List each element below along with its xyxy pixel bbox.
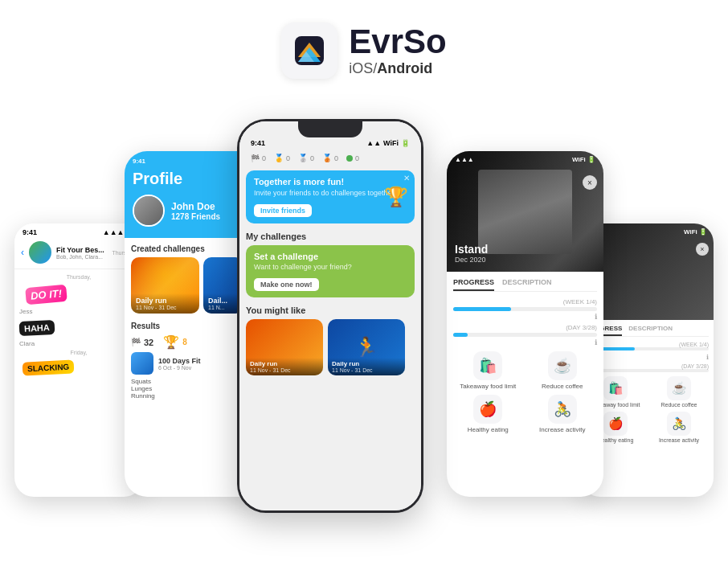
status-icons: ▲▲ WiFi 🔋 bbox=[366, 139, 410, 147]
suggested-cards-row: Daily run 11 Nov - 31 Dec 🏃 Daily run 11… bbox=[246, 319, 415, 375]
far-day-bar bbox=[586, 369, 709, 372]
info-icon[interactable]: ℹ bbox=[595, 313, 597, 321]
invite-trophy-icon: 🏆 bbox=[384, 186, 408, 208]
invite-banner[interactable]: ✕ Together is more fun! Invite your frie… bbox=[246, 170, 415, 223]
sticker-haha: HAHA bbox=[19, 320, 55, 336]
far-week-bar bbox=[586, 347, 709, 350]
far-week-row: (WEEK 1/4) bbox=[586, 342, 709, 350]
far-eating-icon: 🍎 bbox=[603, 412, 628, 436]
coffee-icon: ☕ bbox=[548, 351, 577, 380]
challenge-overlay: Daily run 11 Nov - 31 Dec bbox=[131, 293, 199, 314]
silver-count-item: 🥈 0 bbox=[298, 154, 314, 162]
grid-item-activity: 🚴 Increase activity bbox=[528, 395, 598, 433]
far-right-close-btn[interactable]: × bbox=[696, 243, 709, 256]
fitness-title: Istand Dec 2020 bbox=[455, 243, 488, 264]
fitness-status-bar: ▲▲▲ WiFi 🔋 bbox=[455, 156, 595, 163]
phone-fitness: ▲▲▲ WiFi 🔋 × Istand Dec 2020 PROGRESS DE… bbox=[447, 151, 603, 497]
takeaway-icon: 🛍️ bbox=[473, 351, 502, 380]
fitness-top-image: ▲▲▲ WiFi 🔋 × Istand Dec 2020 bbox=[447, 151, 603, 272]
day-progress-bar bbox=[453, 333, 597, 337]
info-icon-2[interactable]: ℹ bbox=[595, 338, 597, 346]
week-progress-fill bbox=[453, 307, 511, 311]
app-platform: iOS/Android bbox=[349, 60, 446, 77]
far-takeaway-icon: 🛍️ bbox=[603, 376, 628, 400]
challenges-grid: 🛍️ Takeaway food limit ☕ Reduce coffee 🍎… bbox=[453, 351, 597, 433]
fitness-body: PROGRESS DESCRIPTION (WEEK 1/4) ℹ (DAY 3… bbox=[447, 272, 603, 440]
set-challenge-sub: Want to challenge your friend? bbox=[254, 263, 407, 271]
app-title-group: EvrSo iOS/Android bbox=[349, 25, 446, 77]
app-logo-icon bbox=[281, 23, 337, 79]
far-right-status-bar: ▲▲ WiFi 🔋 bbox=[587, 228, 707, 236]
invite-friends-btn[interactable]: Invite friends bbox=[254, 204, 312, 217]
sticker-slacking: SLACKING bbox=[22, 359, 75, 375]
fitness-close-btn[interactable]: × bbox=[583, 175, 597, 190]
app-header: EvrSo iOS/Android bbox=[0, 0, 728, 79]
app-name: EvrSo bbox=[349, 25, 446, 59]
week-progress-bar bbox=[453, 307, 597, 311]
far-activity-icon: 🚴 bbox=[667, 412, 691, 436]
far-item-activity: 🚴 Increase activity bbox=[649, 412, 709, 443]
phones-showcase: 9:41 ▲▲▲ 🔋 ‹ Fit Your Bes... Bob, John, … bbox=[0, 87, 728, 513]
my-challenges-title: My challenges bbox=[246, 232, 415, 241]
active-count-item: 0 bbox=[346, 154, 359, 162]
you-might-like-section: You might like Daily run 11 Nov - 31 Dec… bbox=[239, 301, 421, 379]
phone-main: 9:41 ▲▲ WiFi 🔋 🏁 0 🥇 0 🥈 bbox=[237, 119, 423, 513]
challenge-card-1[interactable]: Daily run 11 Nov - 31 Dec bbox=[131, 257, 199, 314]
grid-item-coffee: ☕ Reduce coffee bbox=[528, 351, 598, 390]
card2-overlay: Daily run 11 Nov - 31 Dec bbox=[328, 358, 405, 375]
grid-item-eating: 🍎 Healthy eating bbox=[453, 395, 523, 433]
you-might-title: You might like bbox=[246, 305, 415, 315]
far-right-tabs: PROGRESS DESCRIPTION bbox=[586, 325, 709, 337]
my-challenges-section: My challenges Set a challenge Want to ch… bbox=[239, 228, 421, 301]
far-item-coffee: ☕ Reduce coffee bbox=[649, 376, 709, 408]
phone-chat: 9:41 ▲▲▲ 🔋 ‹ Fit Your Bes... Bob, John, … bbox=[14, 223, 143, 497]
phone-main-inner: 9:41 ▲▲ WiFi 🔋 🏁 0 🥇 0 🥈 bbox=[239, 121, 421, 510]
runner-figure-icon: 🏃 bbox=[354, 336, 378, 359]
chat-status-bar: 9:41 ▲▲▲ 🔋 bbox=[14, 223, 143, 238]
tab-description[interactable]: DESCRIPTION bbox=[502, 278, 552, 291]
logo-container: EvrSo iOS/Android bbox=[281, 23, 446, 79]
card1-overlay: Daily run 11 Nov - 31 Dec bbox=[246, 358, 323, 375]
chat-header: ‹ Fit Your Bes... Bob, John, Clara... Th… bbox=[14, 238, 143, 269]
profile-user-info: John Doe 1278 Friends bbox=[171, 201, 220, 221]
phone-notch bbox=[298, 121, 362, 137]
sticker-doit-container: DO IT! bbox=[26, 283, 138, 306]
green-dot-icon bbox=[346, 155, 353, 162]
bronze-count-item: 🥉 0 bbox=[322, 154, 338, 162]
profile-avatar bbox=[133, 195, 165, 227]
tab-progress[interactable]: PROGRESS bbox=[453, 278, 494, 291]
set-challenge-title: Set a challenge bbox=[254, 252, 407, 261]
day-progress-fill bbox=[453, 333, 468, 337]
fitness-progress: (WEEK 1/4) ℹ (DAY 3/28) ℹ bbox=[453, 298, 597, 346]
chat-info: Fit Your Bes... Bob, John, Clara... bbox=[56, 246, 107, 260]
flag-count-item: 🏁 0 bbox=[251, 154, 266, 162]
far-coffee-icon: ☕ bbox=[667, 376, 691, 400]
make-challenge-btn[interactable]: Make one now! bbox=[254, 278, 319, 291]
set-challenge-card[interactable]: Set a challenge Want to challenge your f… bbox=[246, 245, 415, 297]
far-tab-description[interactable]: DESCRIPTION bbox=[628, 325, 673, 336]
sticker-doit: DO IT! bbox=[25, 285, 67, 305]
sticker-slacking-container: SLACKING bbox=[22, 358, 138, 378]
gold-count-item: 🥇 0 bbox=[274, 154, 290, 162]
result-img bbox=[131, 352, 153, 375]
chat-body: Thursday, DO IT! Jess HAHA Clara Friday,… bbox=[14, 269, 143, 384]
invite-close-btn[interactable]: ✕ bbox=[403, 174, 410, 182]
suggested-card-2[interactable]: 🏃 Daily run 11 Nov - 31 Dec bbox=[328, 319, 405, 375]
suggested-card-1[interactable]: Daily run 11 Nov - 31 Dec bbox=[246, 319, 323, 375]
grid-item-takeaway: 🛍️ Takeaway food limit bbox=[453, 351, 523, 390]
far-info-icon[interactable]: ℹ bbox=[706, 354, 709, 361]
far-grid: 🛍️ Takeaway food limit ☕ Reduce coffee 🍎… bbox=[586, 376, 709, 443]
eating-icon: 🍎 bbox=[473, 395, 502, 424]
fitness-tabs: PROGRESS DESCRIPTION bbox=[453, 278, 597, 292]
chat-avatar bbox=[29, 241, 51, 264]
result-info: 100 Days Fit 6 Oct - 9 Nov bbox=[158, 357, 201, 371]
activity-icon: 🚴 bbox=[548, 395, 577, 424]
back-icon[interactable]: ‹ bbox=[21, 247, 24, 258]
challenges-count-bar: 🏁 0 🥇 0 🥈 0 🥉 0 0 bbox=[239, 150, 421, 166]
